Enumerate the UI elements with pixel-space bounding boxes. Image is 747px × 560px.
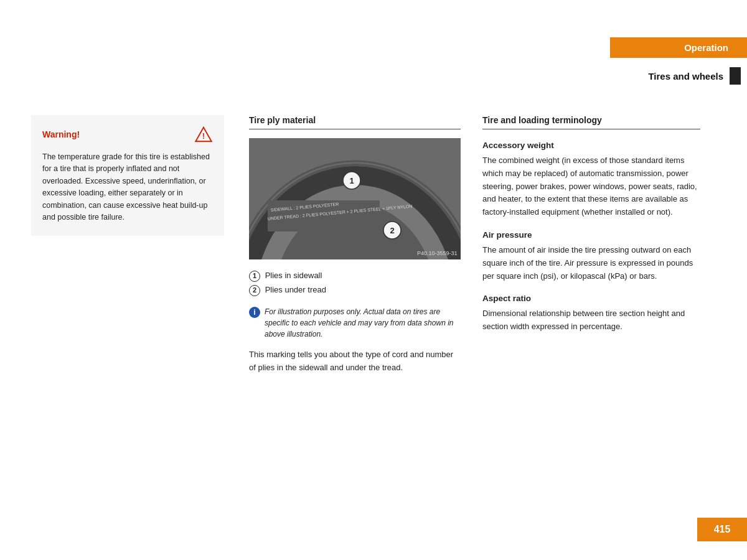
marking-text: This marking tells you about the type of… xyxy=(249,348,461,375)
warning-title: Warning! ! xyxy=(42,125,213,144)
warning-title-text: Warning! xyxy=(42,129,80,139)
terminology-section: Tire and loading terminology Accessory w… xyxy=(482,115,700,334)
info-icon: i xyxy=(249,307,260,318)
tires-header: Tires and wheels xyxy=(610,62,747,90)
operation-header: Operation xyxy=(610,37,747,58)
ply-1: 1 Plies in sidewall xyxy=(249,268,461,282)
ply-2-num: 2 xyxy=(249,285,260,296)
svg-text:1: 1 xyxy=(349,176,354,185)
info-box: i For illustration purposes only. Actual… xyxy=(249,306,461,340)
air-pressure-text: The amount of air inside the tire pressi… xyxy=(482,244,700,282)
info-note-text: For illustration purposes only. Actual d… xyxy=(265,306,461,340)
warning-text: The temperature grade for this tire is e… xyxy=(42,151,213,223)
svg-text:P40.10-3559-31: P40.10-3559-31 xyxy=(417,250,458,256)
accessory-weight-title: Accessory weight xyxy=(482,141,700,150)
aspect-ratio-title: Aspect ratio xyxy=(482,294,700,303)
ply-1-label: Plies in sidewall xyxy=(265,271,322,280)
tire-ply-title: Tire ply material xyxy=(249,115,461,129)
air-pressure-title: Air pressure xyxy=(482,230,700,240)
plies-list: 1 Plies in sidewall 2 Plies under tread xyxy=(249,268,461,297)
ply-2-label: Plies under tread xyxy=(265,285,326,294)
tire-ply-section: Tire ply material SIDEWALL : 2 PLIES POL… xyxy=(249,115,461,374)
warning-triangle-icon: ! xyxy=(194,125,213,144)
svg-text:!: ! xyxy=(202,132,205,141)
aspect-ratio-text: Dimensional relationship between tire se… xyxy=(482,307,700,334)
warning-box: Warning! ! The temperature grade for thi… xyxy=(31,115,224,236)
ply-1-num: 1 xyxy=(249,271,260,282)
terminology-title: Tire and loading terminology xyxy=(482,115,700,129)
accessory-weight-text: The combined weight (in excess of those … xyxy=(482,154,700,219)
tires-header-bar xyxy=(730,67,741,85)
svg-text:2: 2 xyxy=(390,226,394,235)
ply-2: 2 Plies under tread xyxy=(249,282,461,297)
tires-header-label: Tires and wheels xyxy=(648,71,723,82)
tire-image: SIDEWALL : 2 PLIES POLYESTER UNDER TREAD… xyxy=(249,138,461,259)
page-number: 415 xyxy=(697,518,747,541)
